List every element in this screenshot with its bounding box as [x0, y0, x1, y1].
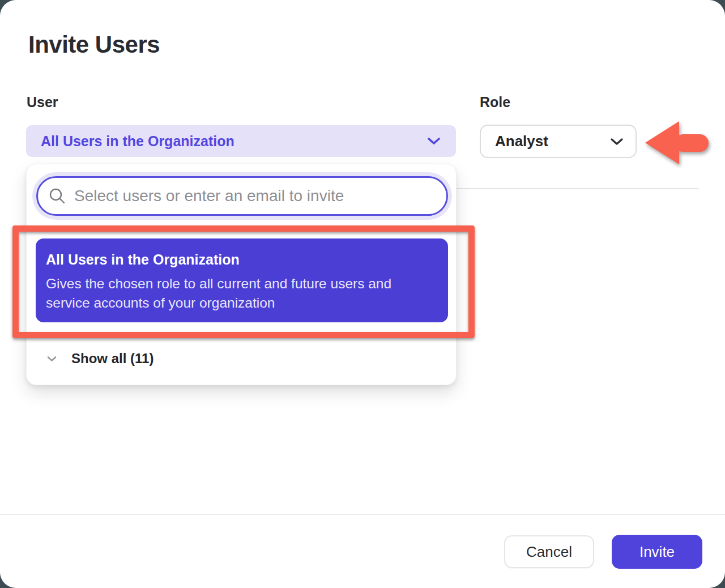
role-field-label: Role — [480, 94, 510, 110]
invite-button[interactable]: Invite — [612, 535, 702, 569]
user-search-input[interactable] — [74, 187, 435, 205]
role-select[interactable]: Analyst — [480, 125, 637, 158]
search-icon — [48, 187, 66, 205]
chevron-down-icon — [611, 138, 623, 146]
cancel-button[interactable]: Cancel — [504, 535, 594, 568]
user-field-label: User — [27, 94, 58, 110]
footer-divider — [0, 514, 725, 515]
red-arrow-icon — [644, 116, 711, 170]
option-description: Gives the chosen role to all current and… — [46, 274, 425, 313]
user-select[interactable]: All Users in the Organization — [26, 125, 456, 157]
show-all-toggle[interactable]: Show all (11) — [27, 344, 456, 373]
annotation-arrow — [644, 116, 711, 172]
option-all-users[interactable]: All Users in the Organization Gives the … — [36, 238, 448, 322]
invite-users-modal: Invite Users User All Users in the Organ… — [0, 0, 725, 588]
show-all-label: Show all (11) — [71, 351, 153, 367]
option-title: All Users in the Organization — [46, 252, 425, 268]
page-title: Invite Users — [28, 31, 160, 58]
role-select-value: Analyst — [495, 133, 611, 150]
chevron-down-icon — [428, 137, 440, 145]
user-select-value: All Users in the Organization — [41, 133, 428, 150]
user-dropdown-panel: All Users in the Organization Gives the … — [26, 164, 457, 385]
user-search-box[interactable] — [36, 176, 448, 216]
chevron-down-icon — [47, 356, 57, 362]
